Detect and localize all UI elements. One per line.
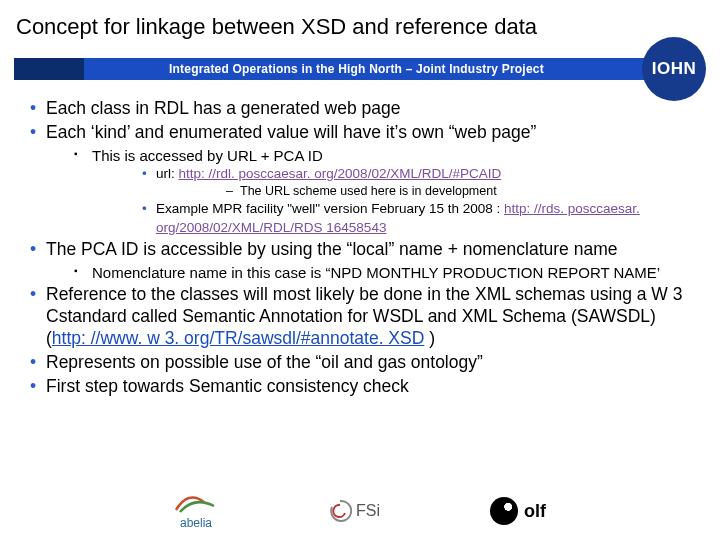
olf-text: olf [524,501,546,522]
iohn-logo-text: IOHN [652,59,697,79]
bullet: Represents on possible use of the “oil a… [28,352,700,374]
label: Example MPR facility "well" version Febr… [156,201,504,216]
bullet-text: The PCA ID is accessible by using the “l… [46,239,617,259]
banner: Integrated Operations in the High North … [14,50,706,88]
sub-bullet: Nomenclature name in this case is “NPD M… [74,263,700,283]
bullet-text: Each ‘kind’ and enumerated value will ha… [46,122,536,142]
bullet: Reference to the classes will most likel… [28,284,700,350]
slide-content: Each class in RDL has a generated web pa… [0,98,720,398]
olf-logo: olf [490,497,546,525]
url-link[interactable]: http: //www. w 3. org/TR/sawsdl/#annotat… [52,328,425,348]
sub-bullet: This is accessed by URL + PCA ID url: ht… [74,146,700,237]
abelia-logo: abelia [174,492,218,530]
url-link[interactable]: http: //rdl. posccaesar. org/2008/02/XML… [179,166,502,181]
fsi-logo: FSi [328,499,380,523]
abelia-icon [174,492,218,514]
abelia-text: abelia [180,516,212,530]
sub-bullet-text: This is accessed by URL + PCA ID [92,147,323,164]
bullet: The PCA ID is accessible by using the “l… [28,239,700,282]
bullet: Each class in RDL has a generated web pa… [28,98,700,120]
note-bullet: The URL scheme used here is in developme… [226,183,700,200]
fsi-text: FSi [356,502,380,520]
fsi-icon [328,499,352,523]
sub-sub-bullet: url: http: //rdl. posccaesar. org/2008/0… [142,165,700,200]
label: url: [156,166,179,181]
banner-text: Integrated Operations in the High North … [84,58,646,80]
bullet: First step towards Semantic consistency … [28,376,700,398]
olf-icon [490,497,518,525]
bullet: Each ‘kind’ and enumerated value will ha… [28,122,700,237]
footer-logos: abelia FSi olf [0,492,720,530]
bullet-text: ) [424,328,435,348]
iohn-logo: IOHN [642,37,706,101]
sub-sub-bullet: Example MPR facility "well" version Febr… [142,200,700,236]
slide-title: Concept for linkage between XSD and refe… [0,0,720,50]
banner-accent [14,58,84,80]
